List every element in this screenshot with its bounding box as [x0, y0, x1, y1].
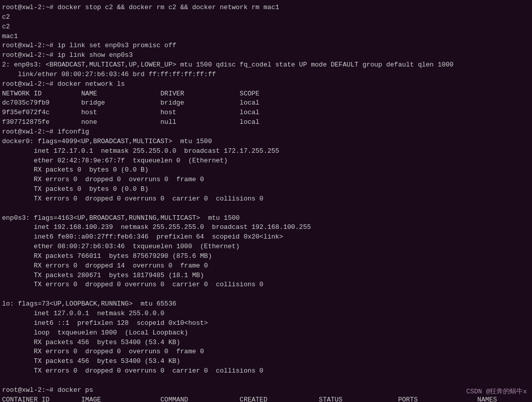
terminal-line [2, 290, 530, 299]
terminal-line: RX packets 0 bytes 0 (0.0 B) [2, 165, 530, 175]
terminal-line: f307712875fe none null local [2, 118, 530, 127]
watermark: CSDN @狂奔的蜗牛x [466, 387, 527, 397]
terminal-line: RX packets 766011 bytes 875679290 (875.6… [2, 252, 530, 261]
terminal-line: inet 127.0.0.1 netmask 255.0.0.0 [2, 309, 530, 319]
terminal-line: NETWORK ID NAME DRIVER SCOPE [2, 89, 530, 99]
terminal-line: dc7035c79fb9 bridge bridge local [2, 98, 530, 108]
terminal-line: TX packets 280671 bytes 18179485 (18.1 M… [2, 271, 530, 281]
terminal-line: TX errors 0 dropped 0 overruns 0 carrier… [2, 194, 530, 204]
terminal-line: root@xwl-2:~# ip link show enp0s3 [2, 51, 530, 60]
terminal-line: lo: flags=73<UP,LOOPBACK,RUNNING> mtu 65… [2, 299, 530, 309]
terminal-line: root@xwl-2:~# docker ps [2, 386, 530, 395]
terminal-line: RX errors 0 dropped 0 overruns 0 frame 0 [2, 175, 530, 185]
terminal-line: root@xwl-2:~# ip link set enp0s3 promisc… [2, 41, 530, 51]
terminal-line: inet 172.17.0.1 netmask 255.255.0.0 broa… [2, 147, 530, 156]
terminal-line: ether 02:42:78:9e:67:7f txqueuelen 0 (Et… [2, 156, 530, 166]
terminal-line: RX packets 456 bytes 53400 (53.4 KB) [2, 338, 530, 348]
terminal-line [2, 204, 530, 214]
terminal-line: inet 192.168.100.239 netmask 255.255.255… [2, 223, 530, 232]
terminal-line: enp0s3: flags=4163<UP,BROADCAST,RUNNING,… [2, 214, 530, 223]
terminal-line: RX errors 0 dropped 0 overruns 0 frame 0 [2, 347, 530, 357]
terminal-line: CONTAINER ID IMAGE COMMAND CREATED STATU… [2, 395, 530, 402]
terminal-line: mac1 [2, 32, 530, 42]
terminal-line: inet6 fe80::a00:27ff:feb6:346 prefixlen … [2, 232, 530, 242]
terminal-line: loop txqueuelen 1000 (Local Loopback) [2, 328, 530, 338]
terminal-line: TX packets 456 bytes 53400 (53.4 KB) [2, 357, 530, 366]
terminal-line: root@xwl-2:~# ifconfig [2, 127, 530, 137]
terminal-line: c2 [2, 13, 530, 22]
terminal-line: 2: enp0s3: <BROADCAST,MULTICAST,UP,LOWER… [2, 60, 530, 70]
terminal-line: inet6 ::1 prefixlen 128 scopeid 0x10<hos… [2, 319, 530, 328]
terminal-line: TX packets 0 bytes 0 (0.0 B) [2, 185, 530, 194]
terminal-line: c2 [2, 22, 530, 32]
terminal-line: ether 08:00:27:b6:03:46 txqueuelen 1000 … [2, 242, 530, 252]
terminal-line [2, 376, 530, 386]
terminal-line: TX errors 0 dropped 0 overruns 0 carrier… [2, 280, 530, 290]
terminal-line: root@xwl-2:~# docker network ls [2, 80, 530, 89]
terminal-content: root@xwl-2:~# docker stop c2 && docker r… [2, 3, 530, 402]
terminal-line: TX errors 0 dropped 0 overruns 0 carrier… [2, 366, 530, 376]
terminal-line: docker0: flags=4099<UP,BROADCAST,MULTICA… [2, 137, 530, 147]
terminal-line: RX errors 0 dropped 14 overruns 0 frame … [2, 261, 530, 271]
terminal-window[interactable]: root@xwl-2:~# docker stop c2 && docker r… [0, 0, 532, 402]
terminal-line: 9f35ef072f4c host host local [2, 108, 530, 118]
terminal-line: root@xwl-2:~# docker stop c2 && docker r… [2, 3, 530, 13]
terminal-line: link/ether 08:00:27:b6:03:46 brd ff:ff:f… [2, 70, 530, 80]
